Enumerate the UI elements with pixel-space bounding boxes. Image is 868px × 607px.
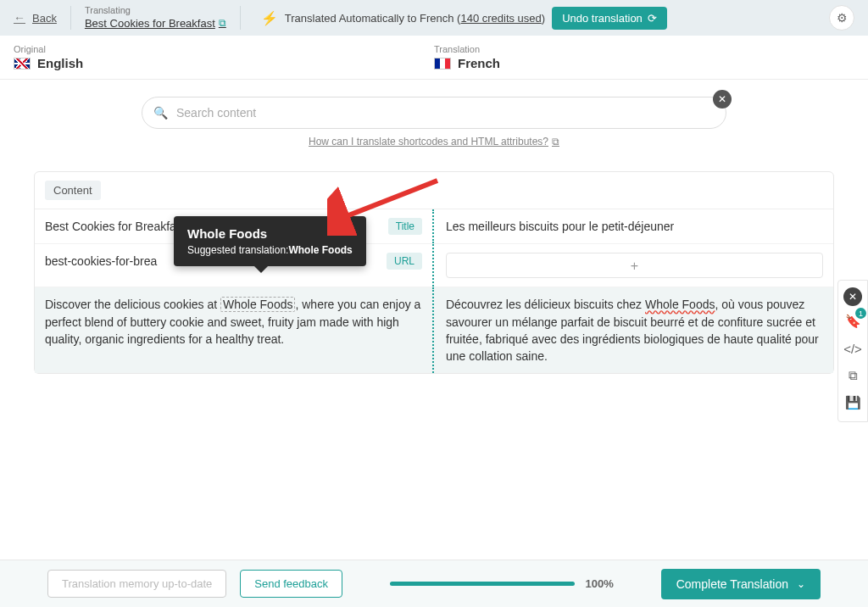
shortcodes-help-link[interactable]: How can I translate shortcodes and HTML … [309, 136, 559, 148]
tooltip-title: Whole Foods [187, 226, 353, 241]
glossary-term[interactable]: Whole Foods [220, 297, 295, 312]
original-language-name: English [37, 56, 83, 70]
translation-language: French [434, 56, 854, 70]
close-panel-button[interactable]: ✕ [843, 287, 862, 306]
save-button[interactable]: 💾 [841, 391, 865, 415]
text-segment: Discover the delicious cookies at [45, 298, 220, 311]
complete-translation-button[interactable]: Complete Translation ⌄ [661, 569, 821, 599]
progress-bar [390, 582, 575, 586]
gear-icon: ⚙ [837, 11, 848, 25]
row-type-tag: URL [387, 253, 422, 270]
copy-icon: ⧉ [849, 368, 858, 383]
external-link-icon: ⧉ [552, 136, 559, 148]
tooltip-sub-label: Suggested translation: [187, 244, 288, 256]
divider [70, 6, 71, 30]
complete-btn-label: Complete Translation [676, 577, 788, 591]
code-icon: </> [843, 342, 862, 356]
translation-memory-button: Translation memory up-to-date [47, 570, 226, 598]
settings-button[interactable]: ⚙ [829, 5, 854, 31]
code-view-button[interactable]: </> [841, 337, 865, 360]
translation-language-col: Translation French [434, 44, 854, 70]
tooltip-subtitle: Suggested translation:Whole Foods [187, 244, 353, 256]
translation-language-name: French [458, 56, 500, 70]
text-segment: Découvrez les délicieux biscuits chez [446, 298, 645, 311]
add-translation-button[interactable]: + [446, 253, 823, 278]
translating-title-text: Best Cookies for Breakfast [85, 17, 215, 31]
send-feedback-button[interactable]: Send feedback [240, 570, 342, 598]
external-link-icon: ⧉ [219, 17, 226, 31]
translating-label: Translating [85, 4, 226, 16]
help-link-text: How can I translate shortcodes and HTML … [309, 136, 548, 148]
table-row: Best Cookies for Breakfast Title Les mei… [35, 209, 833, 244]
table-row: Discover the delicious cookies at Whole … [35, 287, 833, 373]
search-close-button[interactable]: ✕ [713, 90, 732, 109]
auto-translate-block: ⚡ Translated Automatically to French (14… [261, 7, 667, 30]
divider [240, 6, 241, 30]
translation-text: Les meilleurs biscuits pour le petit-déj… [446, 220, 674, 233]
original-language: English [14, 56, 434, 70]
undo-icon: ⟳ [648, 12, 657, 25]
original-language-col: Original English [14, 44, 434, 70]
progress-wrap: 100% [390, 577, 614, 590]
header-bar: ← Back Translating Best Cookies for Brea… [0, 0, 868, 36]
bookmark-button[interactable]: 🔖 1 [841, 309, 865, 333]
original-label: Original [14, 44, 434, 54]
translation-label: Translation [434, 44, 854, 54]
translation-cell[interactable]: Les meilleurs biscuits pour le petit-déj… [436, 209, 833, 243]
flag-uk-icon [14, 58, 31, 70]
bookmark-badge: 1 [855, 308, 866, 319]
back-label: Back [32, 12, 57, 25]
search-box: 🔍 ✕ [142, 97, 726, 129]
tooltip-sub-value: Whole Foods [288, 244, 352, 256]
original-text: Discover the delicious cookies at Whole … [45, 296, 422, 348]
translation-cell[interactable]: Découvrez les délicieux biscuits chez Wh… [436, 287, 833, 373]
arrow-left-icon: ← [14, 11, 25, 25]
undo-label: Undo translation [562, 12, 643, 25]
spellcheck-term[interactable]: Whole Foods [645, 298, 715, 311]
back-link[interactable]: ← Back [14, 11, 57, 25]
auto-translate-prefix: Translated Automatically to French ( [285, 12, 461, 25]
chevron-down-icon: ⌄ [797, 578, 805, 590]
footer-bar: Translation memory up-to-date Send feedb… [0, 560, 868, 607]
save-icon: 💾 [845, 395, 861, 410]
content-section-tag: Content [45, 181, 101, 200]
translation-cell[interactable]: + [436, 244, 833, 287]
undo-translation-button[interactable]: Undo translation ⟳ [552, 7, 667, 30]
auto-translate-suffix: ) [542, 12, 545, 25]
bolt-icon: ⚡ [261, 10, 278, 26]
translating-title-link[interactable]: Best Cookies for Breakfast ⧉ [85, 17, 226, 31]
search-section: 🔍 ✕ How can I translate shortcodes and H… [0, 80, 868, 154]
table-row: best-cookies-for-brea URL + [35, 244, 833, 287]
content-header: Content [35, 172, 833, 209]
flag-fr-icon [434, 58, 451, 70]
credits-used[interactable]: 140 credits used [460, 12, 541, 25]
content-card: Content Best Cookies for Breakfast Title… [34, 171, 834, 374]
right-toolbar: ✕ 🔖 1 </> ⧉ 💾 [837, 280, 868, 422]
progress-label: 100% [585, 577, 613, 590]
copy-button[interactable]: ⧉ [841, 364, 865, 387]
row-type-tag: Title [388, 218, 422, 235]
translating-block: Translating Best Cookies for Breakfast ⧉ [85, 4, 226, 31]
glossary-tooltip: Whole Foods Suggested translation:Whole … [174, 216, 366, 266]
search-icon: 🔍 [153, 106, 168, 120]
original-cell[interactable]: Discover the delicious cookies at Whole … [35, 287, 432, 373]
language-row: Original English Translation French [0, 36, 868, 80]
search-input[interactable] [142, 97, 726, 129]
